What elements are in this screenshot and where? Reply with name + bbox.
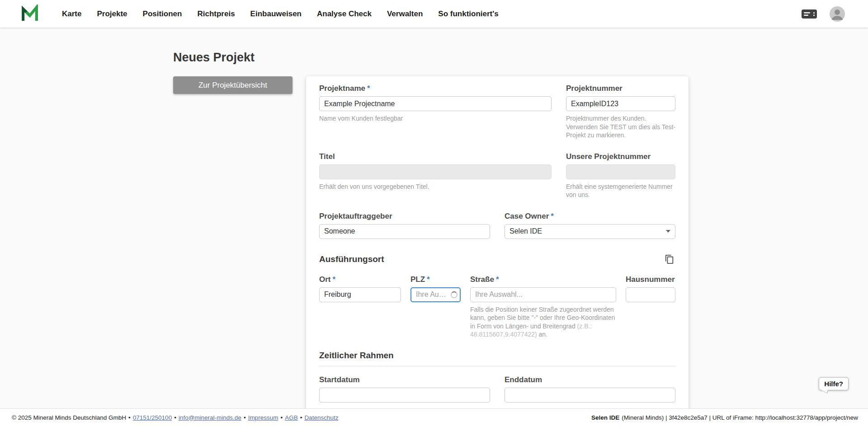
strasse-input[interactable] bbox=[470, 287, 616, 302]
titel-helper: Erhält den von uns vorgegebenen Titel. bbox=[319, 183, 552, 191]
mineral-minds-logo[interactable] bbox=[20, 5, 39, 23]
field-projektauftraggeber: Projektauftraggeber bbox=[319, 212, 490, 239]
field-case-owner: Case Owner* Selen IDE bbox=[505, 212, 675, 239]
case-owner-label: Case Owner* bbox=[505, 212, 675, 221]
projektname-input[interactable] bbox=[319, 96, 552, 111]
field-titel: Titel Erhält den von uns vorgegebenen Ti… bbox=[319, 152, 552, 199]
help-button[interactable]: Hilfe? bbox=[819, 377, 849, 390]
footer-link-datenschutz[interactable]: Datenschutz bbox=[304, 414, 338, 421]
section-title-zeitlicher-rahmen: Zeitlicher Rahmen bbox=[319, 351, 675, 360]
nav-item-richtpreis[interactable]: Richtpreis bbox=[197, 9, 235, 19]
field-ort: Ort* bbox=[319, 275, 401, 339]
field-projektnummer: Projektnummer Projektnummer des Kunden. … bbox=[566, 84, 675, 139]
section-title-ausfuehrungsort: Ausführungsort bbox=[319, 254, 384, 264]
section-divider bbox=[319, 366, 675, 366]
page-title: Neues Projekt bbox=[173, 50, 868, 65]
strasse-label: Straße* bbox=[470, 275, 616, 284]
projektnummer-input[interactable] bbox=[566, 96, 675, 111]
footer-copyright: © 2025 Mineral Minds Deutschland GmbH bbox=[12, 414, 126, 421]
titel-input bbox=[319, 164, 552, 179]
footer-right: Selen IDE (Mineral Minds) | 3f42e8c2e5a7… bbox=[591, 414, 858, 421]
user-avatar-icon[interactable] bbox=[829, 6, 845, 22]
footer-link-agb[interactable]: AGB bbox=[285, 414, 298, 421]
footer-link-phone[interactable]: 07151/250100 bbox=[133, 414, 172, 421]
projektnummer-helper: Projektnummer des Kunden. Verwenden Sie … bbox=[566, 114, 675, 139]
projektname-label: Projektname* bbox=[319, 84, 552, 93]
chevron-down-icon bbox=[666, 230, 670, 233]
nav-item-analyse-check[interactable]: Analyse Check bbox=[317, 9, 372, 19]
footer-link-impressum[interactable]: Impressum bbox=[248, 414, 278, 421]
main-content: Neues Projekt Zur Projektübersicht Proje… bbox=[0, 28, 868, 408]
footer-left: © 2025 Mineral Minds Deutschland GmbH • … bbox=[12, 414, 338, 421]
hausnummer-input[interactable] bbox=[626, 287, 675, 302]
field-startdatum: Startdatum bbox=[319, 375, 490, 403]
nav-item-karte[interactable]: Karte bbox=[62, 9, 81, 19]
nav-item-positionen[interactable]: Positionen bbox=[143, 9, 182, 19]
footer-user-name: Selen IDE bbox=[591, 414, 619, 421]
enddatum-label: Enddatum bbox=[505, 375, 675, 384]
server-icon[interactable] bbox=[801, 8, 817, 20]
projektauftraggeber-label: Projektauftraggeber bbox=[319, 212, 490, 221]
field-projektname: Projektname* Name vom Kunden festlegbar bbox=[319, 84, 552, 139]
field-enddatum: Enddatum bbox=[505, 375, 675, 403]
field-plz: PLZ* bbox=[410, 275, 461, 339]
footer-session-meta: (Mineral Minds) | 3f42e8c2e5a7 | URL of … bbox=[622, 414, 858, 421]
nav-item-so-funktionierts[interactable]: So funktioniert's bbox=[438, 9, 498, 19]
required-marker: * bbox=[367, 84, 370, 93]
nav-right-actions bbox=[801, 6, 845, 22]
unsere-projektnummer-input bbox=[566, 164, 675, 179]
plz-label: PLZ* bbox=[410, 275, 461, 284]
nav-item-projekte[interactable]: Projekte bbox=[97, 9, 127, 19]
nav-menu: Karte Projekte Positionen Richtpreis Ein… bbox=[62, 9, 499, 19]
nav-item-verwalten[interactable]: Verwalten bbox=[387, 9, 423, 19]
footer: © 2025 Mineral Minds Deutschland GmbH • … bbox=[0, 408, 868, 426]
titel-label: Titel bbox=[319, 152, 552, 161]
copy-icon[interactable] bbox=[664, 253, 675, 265]
unsere-projektnummer-label: Unsere Projektnummer bbox=[566, 152, 675, 161]
field-strasse: Straße* Falls die Position keiner Straße… bbox=[470, 275, 616, 339]
hausnummer-label: Hausnummer bbox=[626, 275, 675, 284]
top-nav: Karte Projekte Positionen Richtpreis Ein… bbox=[0, 0, 868, 28]
required-marker: * bbox=[496, 275, 499, 284]
projektname-helper: Name vom Kunden festlegbar bbox=[319, 114, 552, 122]
nav-item-einbauweisen[interactable]: Einbauweisen bbox=[250, 9, 302, 19]
field-unsere-projektnummer: Unsere Projektnummer Erhält eine systemg… bbox=[566, 152, 675, 199]
required-marker: * bbox=[427, 275, 430, 284]
unsere-projektnummer-helper: Erhält eine systemgenerierte Nummer von … bbox=[566, 183, 675, 199]
required-marker: * bbox=[551, 212, 554, 220]
new-project-form-card: Projektname* Name vom Kunden festlegbar … bbox=[306, 76, 689, 408]
footer-link-email[interactable]: info@mineral-minds.de bbox=[179, 414, 241, 421]
spinner-icon bbox=[451, 291, 458, 298]
enddatum-input[interactable] bbox=[505, 388, 675, 403]
projektauftraggeber-input[interactable] bbox=[319, 224, 490, 239]
case-owner-select[interactable]: Selen IDE bbox=[505, 224, 675, 239]
projektnummer-label: Projektnummer bbox=[566, 84, 675, 93]
back-to-project-overview-button[interactable]: Zur Projektübersicht bbox=[173, 76, 292, 94]
required-marker: * bbox=[333, 275, 336, 284]
strasse-helper: Falls die Position keiner Straße zugeord… bbox=[470, 305, 616, 339]
ort-label: Ort* bbox=[319, 275, 401, 284]
startdatum-input[interactable] bbox=[319, 388, 490, 403]
field-hausnummer: Hausnummer bbox=[626, 275, 675, 339]
case-owner-selected-value: Selen IDE bbox=[509, 227, 542, 235]
ort-input[interactable] bbox=[319, 287, 401, 302]
startdatum-label: Startdatum bbox=[319, 375, 490, 384]
